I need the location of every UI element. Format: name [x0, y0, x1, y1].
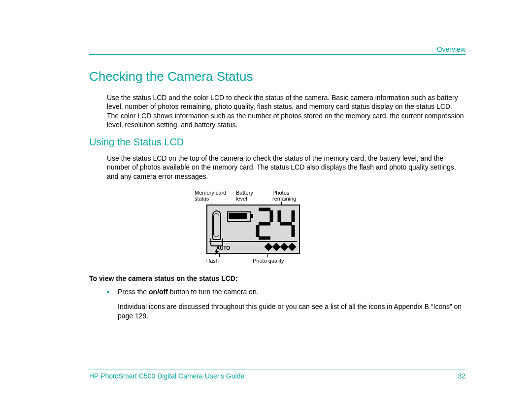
footer-page-number: 32 — [458, 372, 466, 380]
photos-remaining-digits — [255, 206, 296, 241]
on-off-button-label: on/off — [149, 288, 168, 296]
photo-quality-indicator — [266, 244, 295, 250]
battery-icon — [227, 211, 252, 220]
instructions-title: To view the camera status on the status … — [89, 274, 466, 282]
bullet-followup-paragraph: Individual icons are discussed throughou… — [118, 302, 466, 321]
caption-memory-card-status: Memory card status — [195, 190, 229, 202]
paragraph-overview: Use the status LCD and the color LCD to … — [107, 93, 466, 130]
lcd-divider-line — [209, 241, 297, 242]
diamond-icon — [280, 243, 289, 251]
caption-flash: Flash — [205, 258, 219, 264]
status-lcd-figure: Memory card status Battery level Photos … — [213, 188, 341, 267]
svg-marker-9 — [214, 248, 219, 255]
heading-checking-camera-status: Checking the Camera Status — [89, 69, 466, 84]
instructions-list: Press the on/off button to turn the came… — [107, 287, 466, 321]
lcd-inner: AUTO — [207, 206, 299, 253]
paragraph-status-lcd: Use the status LCD on the top of the cam… — [107, 154, 466, 181]
lcd-frame: AUTO — [206, 205, 300, 254]
flash-mode-indicator: AUTO — [214, 245, 230, 251]
section-label: Overview — [437, 45, 466, 53]
bullet-text-suffix: button to turn the camera on. — [168, 288, 259, 296]
footer-doc-title: HP PhotoSmart C500 Digital Camera User's… — [89, 372, 244, 380]
bottom-horizontal-rule — [89, 370, 466, 370]
top-horizontal-rule — [89, 54, 466, 55]
list-item: Press the on/off button to turn the came… — [107, 287, 466, 321]
seven-segment-icon — [255, 206, 296, 241]
diamond-icon — [288, 243, 297, 251]
document-page: Overview Checking the Camera Status Use … — [0, 0, 532, 411]
bullet-text-prefix: Press the — [118, 288, 149, 296]
caption-battery-level: Battery level — [236, 190, 261, 199]
diamond-icon — [265, 243, 273, 251]
diamond-icon — [272, 243, 281, 251]
page-content: Checking the Camera Status Use the statu… — [89, 69, 466, 326]
subheading-using-status-lcd: Using the Status LCD — [89, 137, 466, 148]
caption-photo-quality: Photo quality — [253, 258, 284, 264]
caption-photos-remaining: Photos remaining — [272, 190, 312, 202]
